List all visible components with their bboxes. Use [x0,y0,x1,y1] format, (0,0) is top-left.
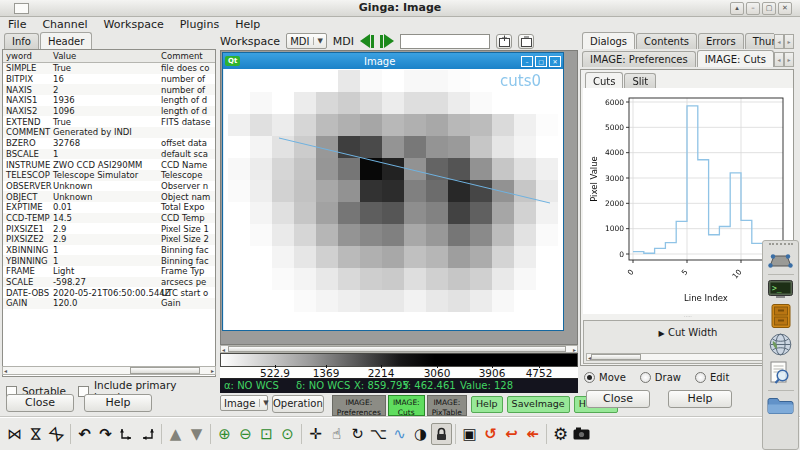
mdi-close-button[interactable]: ✕ [549,56,561,67]
tab-thumbs[interactable]: Thumbs [745,33,774,49]
zoom-out-icon[interactable]: ⊖ [235,423,256,445]
table-row[interactable]: NAXIS2number of [3,84,215,95]
tab-scroll-right-icon[interactable]: ▸ [784,34,794,49]
table-row[interactable]: SIMPLETruefile does co [3,63,215,74]
table-row[interactable]: NAXIS11936length of d [3,95,215,106]
prev-image-icon[interactable]: ▲ [165,423,186,445]
next-channel-button[interactable] [380,34,394,48]
table-row[interactable]: CCD-TEMP14.5CCD Temp [3,213,215,224]
tab-scroll-left-icon[interactable]: ◂ [774,34,784,49]
column-keyword[interactable]: yword [3,51,53,61]
table-row[interactable]: TELESCOPTelescope SimulatorTelescope [3,170,215,181]
table-row[interactable]: OBSERVERUnknownObserver n [3,181,215,192]
zoom-100-icon[interactable]: ⊙ [277,423,298,445]
tab-image-cuts[interactable]: IMAGE: Cuts [697,50,774,67]
column-comment[interactable]: Comment [161,51,216,61]
table-row[interactable]: PIXSIZE12.9Pixel Size 1 [3,223,215,234]
cut-line[interactable] [279,138,550,203]
shade-button[interactable]: ▴ [730,2,744,15]
help-button[interactable]: Help [471,396,503,413]
menu-workspace[interactable]: Workspace [96,17,172,32]
screen-icon[interactable]: ▣ [459,423,480,445]
mdi-minimize-button[interactable]: – [521,56,533,67]
menu-file[interactable]: File [0,17,34,32]
table-row[interactable]: INSTRUMEZWO CCD ASI290MMCCD Name [3,159,215,170]
plugin-tab-preferences[interactable]: IMAGE:Preferences [332,395,386,416]
rotate-mode-icon[interactable]: ↻ [347,423,368,445]
camera-icon[interactable] [571,423,592,445]
table-row[interactable]: COMMENTGenerated by INDI [3,127,215,138]
table-row[interactable]: YBINNING1Binning fac [3,255,215,266]
workspace-selector[interactable]: MDI ▼ [286,33,327,49]
display-icon[interactable] [767,253,794,269]
next-image-icon[interactable]: ▼ [186,423,207,445]
globe-icon[interactable] [769,333,792,356]
tab-image-preferences[interactable]: IMAGE: Preferences [582,51,696,67]
radio-draw[interactable]: Draw [640,372,681,383]
file-cabinet-icon[interactable] [771,304,791,328]
tab-contents[interactable]: Contents [636,33,697,49]
table-row[interactable]: BZERO32768offset data [3,138,215,149]
table-row[interactable]: FRAMELightFrame Typ [3,266,215,277]
table-row[interactable]: EXTENDTrueFITS datase [3,116,215,127]
tab-errors[interactable]: Errors [698,33,744,49]
brightness-icon[interactable]: ◑ [410,423,431,445]
table-row[interactable]: BSCALE1default sca [3,149,215,160]
tab-scroll-right-icon[interactable]: ▸ [784,52,794,67]
image-window[interactable]: Qt Image – ▢ ✕ cuts0 [222,52,564,331]
table-row[interactable]: NAXIS21096length of d [3,106,215,117]
cuts-plot[interactable]: 01000200030004000500060000510Pixel Value… [583,88,791,310]
orient-nw-icon[interactable] [137,423,158,445]
maximize-button[interactable]: ▢ [762,2,776,15]
tab-slit[interactable]: Slit [624,73,656,89]
tab-cuts[interactable]: Cuts [585,72,623,89]
colorbar[interactable] [220,353,578,367]
channel-selector[interactable]: Image ▼ [220,395,268,411]
table-row[interactable]: SCALE-598.27arcsecs pe [3,277,215,288]
mdi-hscrollbar[interactable]: ◂▸ [220,345,578,353]
cuts-mode-icon[interactable]: ⌥ [368,423,389,445]
dock-handle[interactable] [769,243,793,248]
left-help-button[interactable]: Help [84,394,152,412]
prev-channel-button[interactable] [360,34,374,48]
contrast-mode-icon[interactable]: ∿ [389,423,410,445]
workspace-input[interactable] [400,34,490,49]
plugin-tab-cuts[interactable]: IMAGE:Cuts [388,395,425,416]
plugin-tab-pixtable[interactable]: IMAGE:PixTable [427,395,467,416]
minimize-button[interactable]: – [746,2,760,15]
freepan-icon[interactable]: ☝ [326,423,347,445]
table-row[interactable]: XBINNING1Binning fac [3,245,215,256]
mdi-maximize-button[interactable]: ▢ [535,56,547,67]
left-close-button[interactable]: Close [6,394,74,412]
restore-cuts-icon[interactable]: ↩ [501,423,522,445]
image-viewer[interactable]: cuts0 [224,69,563,330]
menu-channel[interactable]: Channel [34,17,95,32]
radio-edit[interactable]: Edit [695,372,729,383]
image-window-titlebar[interactable]: Qt Image – ▢ ✕ [223,53,563,69]
table-row[interactable]: PIXSIZE22.9Pixel Size 2 [3,234,215,245]
document-search-icon[interactable] [770,361,791,385]
orient-ne-icon[interactable] [116,423,137,445]
tab-info[interactable]: Info [4,33,39,49]
cut-width-hscrollbar[interactable]: ◂▸ [586,353,790,361]
table-row[interactable]: OBJECTUnknownObject nam [3,191,215,202]
reset-contrast-icon[interactable]: ↺ [480,423,501,445]
zoom-fit-icon[interactable]: ⊡ [256,423,277,445]
radio-move[interactable]: Move [584,372,626,383]
menu-help[interactable]: Help [227,17,268,32]
zoom-in-icon[interactable]: ⊕ [214,423,235,445]
flip-x-icon[interactable]: ⋈ [4,423,25,445]
cuts-close-button[interactable]: Close [586,390,650,408]
table-row[interactable]: DATE-OBS2020-05-21T06:50:00.544ZUTC star… [3,287,215,298]
rotate-ccw-icon[interactable]: ↶ [74,423,95,445]
folder-icon[interactable] [767,396,794,415]
add-tab-button[interactable] [496,34,512,49]
table-row[interactable]: EXPTIME0.01Total Expo [3,202,215,213]
pan-icon[interactable]: ✛ [305,423,326,445]
lock-icon[interactable] [431,423,452,445]
remove-tab-button[interactable] [518,34,534,49]
tab-dialogs[interactable]: Dialogs [582,32,635,49]
tab-header[interactable]: Header [40,32,92,49]
menu-plugins[interactable]: Plugins [172,17,227,32]
close-button[interactable]: ✕ [778,2,792,15]
